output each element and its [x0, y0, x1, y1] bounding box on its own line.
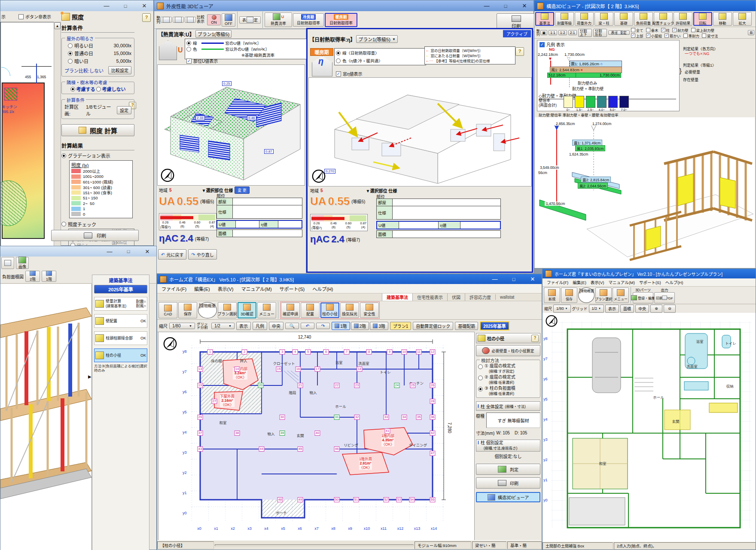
method-radio[interactable]: ③ 柱の負担面積(樹種:任意選択): [478, 386, 538, 396]
column-marker[interactable]: 10: [402, 349, 407, 354]
center-button[interactable]: 中央: [269, 322, 284, 330]
method-radio[interactable]: ② 座屈の検定式(樹種:任意選択): [478, 375, 538, 385]
column-marker[interactable]: 21: [298, 383, 303, 388]
column-marker[interactable]: 32: [354, 415, 360, 420]
eta-plan-select[interactable]: プラン1(等級5)▼: [356, 35, 397, 43]
structure-tool-button[interactable]: 回転: [693, 12, 712, 26]
display-button[interactable]: 表示: [236, 322, 251, 330]
compare-off-button[interactable]: OFF: [222, 13, 235, 27]
menu-item[interactable]: 編集(E): [573, 279, 586, 285]
column-marker[interactable]: 35: [416, 415, 422, 420]
structure-tool-button[interactable]: 拡大: [733, 12, 752, 26]
parts-edit-button[interactable]: 登録・編集: [633, 292, 653, 303]
redo-button[interactable]: ↷やり直し: [188, 249, 216, 260]
structure-tool-button[interactable]: 荷重外力: [575, 12, 594, 26]
eta-show-values-checkbox[interactable]: 窓η値表示: [336, 70, 363, 77]
cooling-eta-mode-button[interactable]: 冷房期 日射熱取得率: [293, 13, 324, 27]
undo-icon[interactable]: ↶: [301, 323, 314, 329]
u-show-values-checkbox[interactable]: 部位U値表示: [186, 58, 218, 64]
column-marker[interactable]: 30: [280, 415, 285, 420]
floor-button[interactable]: 2階: [25, 271, 40, 282]
presen-tool[interactable]: プラン選択: [595, 287, 612, 303]
column-marker[interactable]: 26: [430, 383, 436, 388]
menu-item[interactable]: ヘルプ(H): [665, 279, 683, 285]
presen-plan-canvas[interactable]: y8y7y6y5y4y3y2y1y0 浴室洗面室トイレ収納ホール玄関和室: [543, 313, 756, 542]
column-marker[interactable]: 3: [280, 349, 285, 354]
column-marker[interactable]: 42: [430, 431, 436, 436]
ex-tool2[interactable]: 配置: [301, 302, 320, 318]
column-marker[interactable]: 19: [198, 383, 203, 388]
display-settings-button[interactable]: 表示 設定: [608, 31, 630, 35]
print-pdf-button[interactable]: 印刷・PDF: [654, 292, 675, 303]
outdoor-option-radio[interactable]: 普通の日 15,000lx: [64, 49, 131, 57]
layer-checkbox[interactable]: 梁上耐力壁: [691, 28, 715, 33]
layer-checkbox[interactable]: 上部: [631, 33, 643, 38]
menu-item[interactable]: マニュアル(M): [608, 279, 634, 285]
print-button[interactable]: 印刷: [476, 477, 540, 489]
column-marker[interactable]: 31: [334, 415, 340, 420]
rebar-button[interactable]: 基礎配筋: [455, 322, 478, 330]
column-marker[interactable]: 8: [366, 349, 372, 354]
minimize-button[interactable]: —: [488, 276, 501, 282]
tile-button[interactable]: ▣: [540, 30, 547, 35]
menu-item[interactable]: ファイル(F): [162, 285, 186, 292]
column-marker[interactable]: 29: [198, 415, 203, 420]
scale-select[interactable]: 1/80▼: [553, 305, 570, 313]
presen-tool[interactable]: メニュー: [613, 287, 629, 303]
column-marker[interactable]: 6: [323, 349, 329, 354]
layout-1-1-button[interactable]: 1:1: [549, 30, 557, 35]
column-marker[interactable]: 43: [198, 446, 203, 452]
menu-item[interactable]: ファイル(F): [547, 279, 568, 285]
split-horizontal-button[interactable]: 分割 左右: [593, 29, 607, 37]
species-value[interactable]: すぎ 無等級製材: [486, 412, 540, 428]
structure-tool-button[interactable]: 梁・柱: [594, 12, 613, 26]
ex-tool[interactable]: プラン選択: [218, 302, 237, 318]
column-marker[interactable]: 18: [357, 367, 363, 372]
menu-item[interactable]: ヘルプ(H): [312, 285, 333, 292]
column-marker[interactable]: 50: [334, 497, 340, 502]
eta-3d-canvas[interactable]: 0.2700.460: [308, 77, 532, 186]
neighbor-option-radio[interactable]: 考慮しない: [96, 86, 126, 92]
mode-tab[interactable]: 許容応力度: [465, 293, 495, 301]
display-settings-button[interactable]: 表示設定: [239, 16, 261, 24]
check-item[interactable]: 壁量計算(建築基準法) 耐震○耐風○: [94, 297, 147, 311]
menu-item[interactable]: 表示(V): [591, 279, 604, 285]
method-radio[interactable]: ① 座屈の検定式(樹種:すぎ固定): [478, 364, 538, 374]
close-button[interactable]: ✕: [138, 3, 151, 9]
layer-checkbox[interactable]: 準耐力: [683, 33, 700, 38]
grid-table-icon[interactable]: ⊞: [748, 30, 754, 35]
ex-tool[interactable]: 3D確認: [238, 302, 256, 318]
display-button[interactable]: 表示: [605, 305, 619, 313]
print-button[interactable]: 印刷: [51, 230, 139, 241]
layout-1-1-button[interactable]: 1:1: [161, 17, 172, 23]
presen-titlebar[interactable]: ホームズ君「すまいのかんたんプレゼン」 Ver2.10 - [かんたんプレゼンサ…: [543, 269, 756, 278]
envelope-titlebar[interactable]: 外皮性能 3Dビューア — □ ✕: [154, 0, 533, 11]
compare-on-button[interactable]: ON: [207, 14, 221, 25]
zoom-out-icon[interactable]: ⊖: [664, 305, 676, 313]
column-marker[interactable]: 22: [334, 383, 340, 388]
presen-tool[interactable]: 新規: [544, 287, 560, 303]
minimize-button[interactable]: —: [480, 3, 493, 9]
layout-1-2-button[interactable]: 1:2: [558, 30, 567, 35]
help-icon[interactable]: ?: [142, 13, 151, 22]
hide-buttons-checkbox[interactable]: ボタン非表示: [18, 13, 51, 20]
center-button[interactable]: 中央: [635, 305, 649, 313]
illuminance-plan-canvas[interactable]: キッチン 395.1lx 455 1,365: [0, 22, 54, 247]
column-marker[interactable]: 53: [396, 497, 402, 502]
layout-1-2-button[interactable]: 1:2: [173, 17, 184, 23]
open-3d-viewer-button[interactable]: 構造3Dビューア: [476, 492, 540, 502]
ex-tool2[interactable]: 安全性: [360, 302, 379, 318]
column-marker[interactable]: 12: [430, 349, 436, 354]
column-marker[interactable]: 23: [354, 383, 360, 388]
mode-tab[interactable]: 住宅性能表示: [412, 293, 447, 301]
redo-icon[interactable]: ↷: [316, 323, 330, 329]
plan-canvas[interactable]: 12,740 7,280 x0x1x2x3x4x5x6x7x8x9x10x11x…: [158, 332, 475, 541]
column-marker[interactable]: 55: [430, 497, 436, 502]
presen-tool[interactable]: 保存: [561, 287, 577, 303]
structure-tool-button[interactable]: 耐震等級: [555, 12, 574, 26]
column-marker[interactable]: 54: [409, 497, 415, 502]
line-mode-radio[interactable]: 線〈日射熱取得量〉: [336, 50, 424, 56]
layout-2-1-button[interactable]: 2:1: [185, 17, 196, 23]
color-mode-radio[interactable]: 色 窓以外のU値〔W/m²K〕: [186, 46, 305, 52]
mode-tab[interactable]: wallstat: [495, 294, 518, 300]
